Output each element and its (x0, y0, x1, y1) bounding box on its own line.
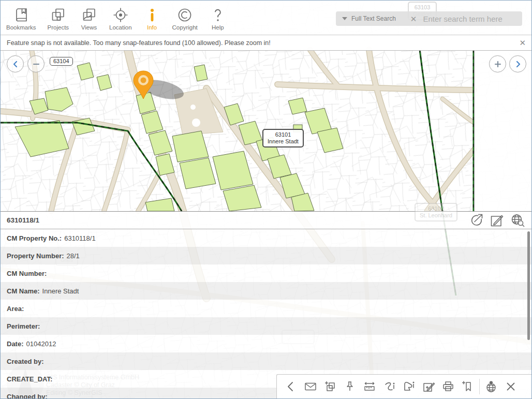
search-input[interactable] (422, 14, 527, 24)
copy-add-icon (323, 380, 337, 393)
add-bookmark-button[interactable] (458, 379, 478, 394)
globe-search-icon (510, 213, 525, 228)
zoom-in-button[interactable] (489, 55, 506, 72)
identify-line-button[interactable] (379, 379, 399, 394)
identify-area-icon (402, 380, 416, 393)
follow-link-button[interactable] (468, 213, 484, 228)
panel-scrollbar-thumb[interactable] (527, 231, 530, 340)
globe-pin-icon (484, 380, 498, 393)
toolbar-item-help[interactable]: Help (203, 4, 232, 32)
chevron-left-icon (11, 60, 20, 68)
attribute-row: Perimeter: (1, 317, 531, 335)
toolbar-item-location[interactable]: Location (104, 4, 137, 32)
measure-icon (363, 380, 376, 393)
map-side-strip (474, 51, 532, 211)
attribute-row: Date:01042012 (1, 335, 531, 352)
search-filter-dropdown[interactable]: Full Text Search (336, 15, 396, 22)
chevron-down-icon (342, 17, 347, 20)
bookmarks-icon (12, 6, 30, 24)
plus-icon (494, 60, 502, 68)
history-back-button[interactable] (7, 55, 24, 72)
global-search-button[interactable] (510, 213, 525, 228)
close-icon (504, 380, 518, 393)
gis-app-window: GIS Informationssysteme GmbH Cadaster © … (0, 0, 532, 399)
toolbar-item-projects[interactable]: Projects (42, 4, 75, 32)
projects-icon (49, 6, 67, 24)
result-title: 6310118/1 (7, 216, 39, 224)
copyright-icon (176, 6, 194, 24)
help-icon (209, 6, 227, 24)
edit-object-button[interactable] (489, 213, 505, 228)
edit-icon (489, 213, 505, 228)
email-icon (304, 380, 317, 393)
toolbar-item-copyright[interactable]: Copyright (167, 4, 203, 32)
district-label-63101: 63101 Innere Stadt (262, 129, 304, 147)
district-label-63104: 63104 (50, 57, 73, 66)
zoom-out-button[interactable] (27, 55, 45, 72)
measure-button[interactable] (360, 379, 379, 394)
pushpin-icon (343, 380, 357, 393)
print-button[interactable] (438, 379, 458, 394)
toolbar-item-info[interactable]: Info (138, 4, 167, 32)
search-clear-button[interactable]: ✕ (410, 15, 417, 23)
edit-add-icon (422, 380, 435, 393)
attribute-row: CM Number: (1, 264, 531, 282)
identify-line-icon (382, 380, 396, 393)
search-bar: Full Text Search ✕ (336, 11, 522, 26)
link-arrow-icon (468, 213, 484, 228)
chevron-right-icon (514, 60, 522, 68)
notification-close-button[interactable]: ✕ (519, 39, 526, 47)
history-forward-button[interactable] (509, 55, 526, 72)
notification-message: Feature snap is not available. Too many … (7, 39, 271, 47)
printer-icon (441, 380, 455, 393)
attribute-row: CM Name:Innere Stadt (1, 282, 531, 300)
views-icon (80, 6, 98, 24)
share-location-button[interactable] (481, 379, 501, 394)
pin-result-button[interactable] (340, 379, 360, 394)
district-label-63102: 63102 St. Leonhard (415, 203, 457, 221)
chevron-left-icon (284, 380, 298, 393)
location-crosshair-icon (112, 6, 129, 24)
add-to-selection-button[interactable] (320, 379, 340, 394)
attribute-row: Created by: (1, 352, 531, 370)
notification-bar: Feature snap is not available. Too many … (1, 35, 531, 51)
minus-icon (32, 60, 40, 68)
close-panel-button[interactable] (501, 379, 521, 394)
toolbar-item-bookmarks[interactable]: Bookmarks (1, 4, 42, 32)
edit-new-button[interactable] (419, 379, 438, 394)
attribute-row: Area: (1, 300, 531, 317)
attribute-list: CM Property No.:6310118/1 Property Numbe… (1, 229, 531, 399)
toolbar-divider (479, 379, 480, 394)
bookmark-add-icon (461, 380, 475, 393)
toolbar-item-views[interactable]: Views (75, 4, 104, 32)
attribute-row: Property Number:28/1 (1, 247, 531, 264)
send-email-button[interactable] (301, 379, 320, 394)
result-actions-toolbar (276, 374, 532, 398)
identify-area-button[interactable] (399, 379, 419, 394)
attribute-row: CM Property No.:6310118/1 (1, 229, 531, 247)
info-icon (143, 6, 161, 24)
collapse-toolbar-button[interactable] (281, 379, 301, 394)
